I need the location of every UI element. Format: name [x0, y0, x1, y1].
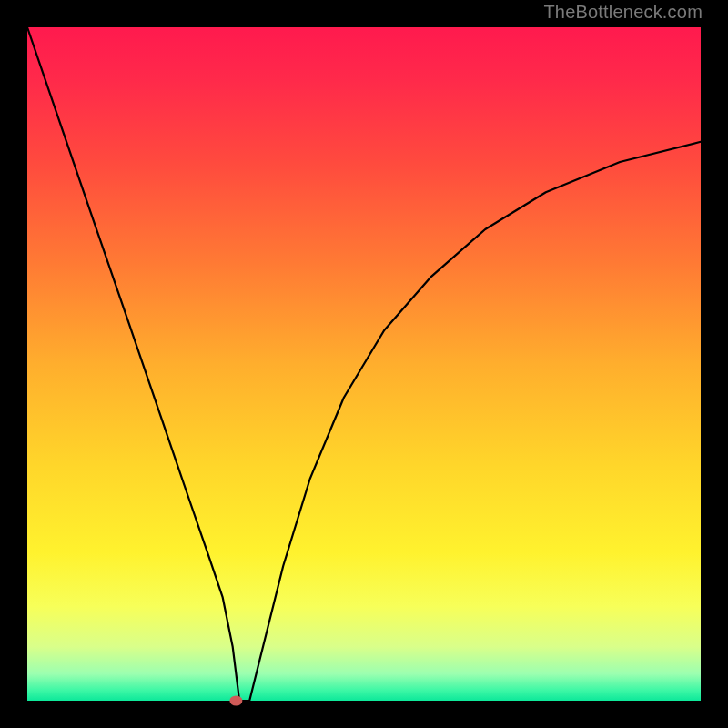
optimal-point-marker [229, 696, 242, 706]
chart-svg [0, 0, 728, 728]
chart-frame: TheBottleneck.com [0, 0, 728, 728]
watermark-text: TheBottleneck.com [543, 2, 703, 23]
